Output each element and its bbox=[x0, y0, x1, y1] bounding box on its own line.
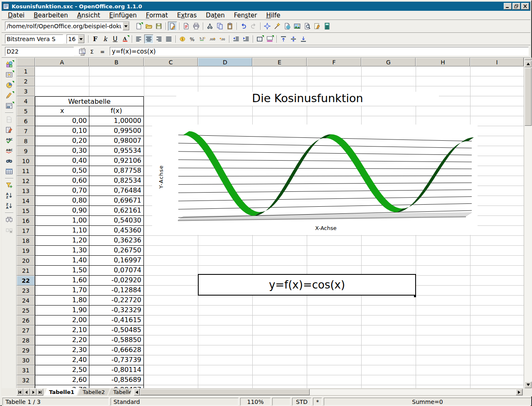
font-size-input[interactable] bbox=[67, 35, 78, 43]
bold-icon[interactable]: F bbox=[91, 34, 100, 44]
row-header-25[interactable]: 25 bbox=[17, 306, 35, 316]
cell[interactable]: 0,69671 bbox=[89, 196, 143, 205]
cell[interactable]: -0,58850 bbox=[89, 335, 143, 345]
cell[interactable]: -0,80114 bbox=[89, 365, 143, 375]
form-controls-icon[interactable] bbox=[4, 101, 15, 111]
cell[interactable]: 0,87758 bbox=[89, 166, 143, 176]
row-header-29[interactable]: 29 bbox=[17, 345, 35, 355]
status-sum[interactable]: Summe=0 bbox=[324, 398, 531, 406]
copy-icon[interactable] bbox=[215, 22, 224, 31]
vscroll-up-arrow[interactable] bbox=[525, 61, 532, 67]
delete-decimal-icon[interactable]: ,00 bbox=[218, 34, 227, 44]
cell[interactable]: 2,10 bbox=[35, 325, 89, 335]
cell[interactable]: -0,85689 bbox=[89, 375, 143, 385]
draw-functions-icon[interactable] bbox=[4, 90, 15, 100]
edit-file-icon[interactable] bbox=[168, 22, 177, 31]
cell[interactable]: -0,32329 bbox=[89, 306, 143, 315]
cell[interactable]: -0,12884 bbox=[89, 286, 143, 295]
column-header-F[interactable]: F bbox=[307, 58, 361, 66]
sort-descending-icon[interactable]: ZA bbox=[4, 201, 15, 211]
close-button[interactable] bbox=[521, 3, 529, 10]
cell[interactable]: 1,00 bbox=[35, 216, 89, 225]
cell[interactable]: 2,30 bbox=[35, 345, 89, 355]
gallery-icon[interactable] bbox=[293, 22, 302, 31]
cell[interactable]: 0,62161 bbox=[89, 206, 143, 215]
sum-icon[interactable]: Σ bbox=[88, 47, 97, 56]
column-header-D[interactable]: D bbox=[198, 58, 252, 66]
column-header-B[interactable]: B bbox=[89, 58, 144, 66]
row-header-11[interactable]: 11 bbox=[17, 166, 35, 176]
sheet-tab-tabelle1[interactable]: Tabelle1 bbox=[44, 388, 79, 396]
zoom-icon[interactable] bbox=[303, 22, 312, 31]
row-header-24[interactable]: 24 bbox=[17, 296, 35, 306]
function-wizard-icon[interactable]: fx bbox=[78, 47, 87, 56]
cell[interactable]: 0,26750 bbox=[89, 246, 143, 255]
cell[interactable]: -0,22720 bbox=[89, 296, 143, 305]
font-name-combo[interactable] bbox=[5, 34, 63, 44]
column-header-G[interactable]: G bbox=[361, 58, 416, 66]
cell[interactable]: 0,60 bbox=[35, 176, 89, 186]
align-top-icon[interactable] bbox=[279, 34, 288, 44]
row-header-22[interactable]: 22 bbox=[17, 276, 35, 286]
find-replace-icon[interactable] bbox=[4, 156, 15, 166]
borders-icon[interactable] bbox=[255, 34, 264, 44]
cell[interactable]: -0,73739 bbox=[89, 355, 143, 365]
cell[interactable]: 1,50 bbox=[35, 266, 89, 275]
insert-cells-icon[interactable] bbox=[4, 70, 15, 80]
value-table-column-header[interactable]: x bbox=[35, 106, 89, 116]
cell[interactable]: 2,70 bbox=[35, 385, 89, 388]
row-header-13[interactable]: 13 bbox=[17, 186, 35, 196]
row-header-20[interactable]: 20 bbox=[17, 256, 35, 266]
decrease-indent-icon[interactable] bbox=[232, 34, 241, 44]
sort-ascending-icon[interactable]: AZ bbox=[4, 191, 15, 201]
cell[interactable]: 0,40 bbox=[35, 156, 89, 166]
url-dropdown-icon[interactable] bbox=[123, 22, 129, 30]
print-icon[interactable] bbox=[192, 22, 201, 31]
chart-title-text[interactable]: Die Kosinusfunktion bbox=[176, 92, 439, 106]
row-header-16[interactable]: 16 bbox=[17, 216, 35, 226]
row-header-4[interactable]: 4 bbox=[17, 96, 35, 106]
cell[interactable]: 0,95534 bbox=[89, 146, 143, 156]
next-sheet-icon[interactable] bbox=[30, 389, 37, 396]
cell[interactable]: 2,50 bbox=[35, 365, 89, 375]
row-header-33[interactable]: 33 bbox=[17, 385, 35, 388]
cell-grid[interactable]: Wertetabellexf(x)0,001,000000,100,995000… bbox=[35, 66, 524, 388]
open-icon[interactable] bbox=[144, 22, 153, 31]
vertical-scrollbar[interactable] bbox=[524, 58, 532, 388]
hscroll-right-arrow[interactable] bbox=[516, 389, 522, 395]
value-table-title[interactable]: Wertetabelle bbox=[35, 97, 143, 106]
datasources-icon[interactable] bbox=[4, 166, 15, 176]
menu-bearbeiten[interactable]: Bearbeiten bbox=[29, 11, 72, 20]
formula-input-line[interactable] bbox=[110, 47, 529, 56]
value-table-column-header[interactable]: f(x) bbox=[89, 106, 143, 116]
row-header-19[interactable]: 19 bbox=[17, 246, 35, 256]
horizontal-scrollbar[interactable] bbox=[140, 389, 523, 396]
formula-input[interactable] bbox=[110, 48, 528, 55]
cell[interactable]: 2,60 bbox=[35, 375, 89, 385]
cell[interactable]: -0,41615 bbox=[89, 316, 143, 325]
status-page-style[interactable]: Standard bbox=[111, 398, 239, 406]
column-header-I[interactable]: I bbox=[470, 58, 524, 66]
cell[interactable]: 0,98007 bbox=[89, 136, 143, 146]
formula-textbox[interactable]: y=f(x)=cos(x) bbox=[198, 274, 416, 296]
row-header-7[interactable]: 7 bbox=[17, 126, 35, 136]
row-header-10[interactable]: 10 bbox=[17, 156, 35, 166]
sheet-tab-tabelle2[interactable]: Tabelle2 bbox=[78, 388, 110, 396]
row-header-8[interactable]: 8 bbox=[17, 136, 35, 146]
increase-indent-icon[interactable] bbox=[241, 34, 251, 44]
font-size-combo[interactable] bbox=[66, 34, 85, 44]
cell[interactable]: 2,00 bbox=[35, 316, 89, 325]
row-header-9[interactable]: 9 bbox=[17, 146, 35, 156]
menu-fenster[interactable]: Fenster bbox=[229, 11, 262, 20]
row-header-12[interactable]: 12 bbox=[17, 176, 35, 186]
row-header-14[interactable]: 14 bbox=[17, 196, 35, 206]
save-icon[interactable] bbox=[154, 22, 163, 31]
cosine-chart[interactable]: X-AchseY-Achse bbox=[152, 125, 478, 235]
sheet-tab-tabelle[interactable]: Tabelle bbox=[108, 388, 132, 396]
equals-icon[interactable]: = bbox=[98, 47, 107, 56]
restore-button[interactable] bbox=[512, 3, 520, 10]
cell-reference-box[interactable] bbox=[5, 47, 74, 56]
hscroll-thumb[interactable] bbox=[140, 389, 310, 395]
select-all-corner[interactable] bbox=[17, 58, 35, 66]
menu-hilfe[interactable]: Hilfe bbox=[261, 11, 285, 20]
